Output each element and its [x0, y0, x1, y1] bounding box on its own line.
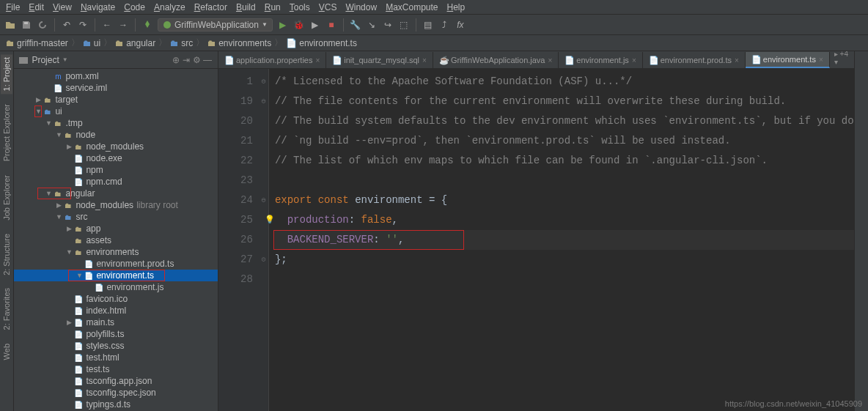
- tab-application.properties[interactable]: 📄application.properties×: [218, 52, 326, 68]
- code-line-19[interactable]: // The file contents for the current env…: [275, 92, 854, 111]
- menu-tools[interactable]: Tools: [290, 2, 310, 12]
- project-tree[interactable]: mpom.xml📄service.iml▶🖿target▼🖿ui▼🖿.tmp▼🖿…: [14, 69, 218, 411]
- run-to-cursor-icon[interactable]: ↘: [366, 19, 378, 31]
- sidebar-tab-jobexplorer[interactable]: Job Explorer: [1, 172, 12, 223]
- sidebar-tab-favorites[interactable]: 2: Favorites: [1, 285, 12, 333]
- code-line-28[interactable]: [275, 270, 854, 289]
- code-line-25[interactable]: 💡 production: false,: [275, 210, 854, 230]
- tree-arrow[interactable]: ▼: [34, 108, 42, 115]
- tree-item-node[interactable]: ▼🖿node: [14, 129, 218, 141]
- tree-item-node_modules[interactable]: ▶🖿node_moduleslibrary root: [14, 199, 218, 211]
- tree-item-environment.prod.ts[interactable]: 📄environment.prod.ts: [14, 258, 218, 270]
- code-line-1[interactable]: /* Licensed to the Apache Software Found…: [275, 72, 854, 92]
- build-icon[interactable]: [141, 19, 153, 31]
- fold-gutter[interactable]: ⊖⊖⊖⊝: [259, 69, 269, 411]
- crumb-environment.ts[interactable]: 📄environment.ts: [286, 38, 357, 48]
- menu-file[interactable]: File: [6, 2, 20, 12]
- code-line-24[interactable]: export const environment = {: [275, 190, 854, 210]
- chevron-down-icon[interactable]: ▼: [62, 56, 68, 63]
- crumb-src[interactable]: 🖿src: [170, 38, 193, 48]
- tree-arrow[interactable]: ▼: [45, 190, 52, 197]
- back-icon[interactable]: ←: [101, 19, 113, 31]
- tree-item-app[interactable]: ▶🖿app: [14, 223, 218, 234]
- menu-window[interactable]: Window: [345, 2, 377, 12]
- gear-icon[interactable]: ⚙: [193, 55, 203, 65]
- tree-item-polyfills.ts[interactable]: 📄polyfills.ts: [14, 328, 218, 340]
- undo-icon[interactable]: ↶: [61, 19, 73, 31]
- tree-arrow[interactable]: ▶: [55, 201, 62, 209]
- wrench-icon[interactable]: 🔧: [350, 19, 361, 31]
- close-icon[interactable]: ×: [548, 56, 552, 64]
- tree-arrow[interactable]: ▶: [65, 143, 73, 150]
- menu-refactor[interactable]: Refactor: [194, 2, 227, 12]
- tree-arrow[interactable]: ▶: [34, 96, 42, 103]
- target-icon[interactable]: ⊕: [172, 55, 183, 65]
- fx-icon[interactable]: fx: [455, 19, 466, 31]
- tree-item-environment.ts[interactable]: ▼📄environment.ts: [14, 270, 218, 281]
- collapse-icon[interactable]: ⇥: [183, 55, 193, 65]
- tree-arrow[interactable]: ▼: [65, 248, 73, 256]
- menu-code[interactable]: Code: [124, 2, 145, 12]
- tree-item-ui[interactable]: ▼🖿ui: [14, 105, 218, 117]
- tree-arrow[interactable]: ▼: [45, 119, 52, 127]
- tree-item-service.iml[interactable]: 📄service.iml: [14, 82, 218, 94]
- tree-item-pom.xml[interactable]: mpom.xml: [14, 70, 218, 82]
- crumb-ui[interactable]: 🖿ui: [83, 38, 100, 48]
- sidebar-tab-projectexplorer[interactable]: Project Explorer: [1, 101, 12, 164]
- menu-edit[interactable]: Edit: [29, 2, 44, 12]
- tree-item-angular[interactable]: ▼🖿angular: [14, 188, 218, 199]
- tree-item-npm.cmd[interactable]: 📄npm.cmd: [14, 176, 218, 188]
- close-icon[interactable]: ×: [315, 56, 320, 64]
- sidebar-tab-project[interactable]: 1: Project: [1, 54, 12, 94]
- close-icon[interactable]: ×: [819, 56, 823, 64]
- code-line-26[interactable]: BACKEND_SERVER: '',: [275, 230, 854, 250]
- tree-item-main.ts[interactable]: ▶📄main.ts: [14, 316, 218, 328]
- tree-item-test.ts[interactable]: 📄test.ts: [14, 363, 218, 375]
- tree-item-.tmp[interactable]: ▼🖿.tmp: [14, 117, 218, 129]
- open-icon[interactable]: [4, 19, 16, 31]
- sidebar-tab-structure[interactable]: 2: Structure: [1, 231, 12, 278]
- tree-item-target[interactable]: ▶🖿target: [14, 94, 218, 105]
- tree-item-node.exe[interactable]: 📄node.exe: [14, 152, 218, 164]
- tree-item-index.html[interactable]: 📄index.html: [14, 305, 218, 316]
- tree-item-environments[interactable]: ▼🖿environments: [14, 246, 218, 258]
- hide-icon[interactable]: —: [203, 55, 213, 65]
- menu-help[interactable]: Help: [447, 2, 466, 12]
- upload-icon[interactable]: ⤴: [438, 19, 450, 31]
- tree-item-test.html[interactable]: 📄test.html: [14, 352, 218, 363]
- run-config-dropdown[interactable]: GriffinWebApplication ▼: [158, 18, 273, 32]
- code-area[interactable]: 119202122232425262728 ⊖⊖⊖⊝ /* Licensed t…: [218, 69, 854, 411]
- forward-icon[interactable]: →: [117, 19, 129, 31]
- tab-init_quartz_mysql.sql[interactable]: 📄init_quartz_mysql.sql×: [326, 52, 433, 68]
- save-icon[interactable]: [21, 19, 32, 31]
- tree-item-typings.d.ts[interactable]: 📄typings.d.ts: [14, 399, 218, 410]
- tab-GriffinWebApplication.java[interactable]: ☕GriffinWebApplication.java×: [433, 52, 559, 68]
- tree-item-src[interactable]: ▼🖿src: [14, 211, 218, 223]
- tab-environment.ts[interactable]: 📄environment.ts×: [746, 52, 830, 68]
- tree-item-environment.js[interactable]: 📄environment.js: [14, 281, 218, 293]
- redo-icon[interactable]: ↷: [77, 19, 89, 31]
- code-content[interactable]: /* Licensed to the Apache Software Found…: [269, 69, 854, 411]
- menu-maxcompute[interactable]: MaxCompute: [386, 2, 438, 12]
- crumb-angular[interactable]: 🖿angular: [115, 38, 155, 48]
- tree-arrow[interactable]: ▶: [65, 319, 73, 326]
- menu-analyze[interactable]: Analyze: [154, 2, 185, 12]
- close-icon[interactable]: ×: [632, 56, 636, 64]
- tree-item-assets[interactable]: 🖿assets: [14, 234, 218, 246]
- tree-arrow[interactable]: ▶: [65, 225, 73, 232]
- stop-icon[interactable]: ■: [326, 19, 337, 31]
- db-icon[interactable]: ▤: [422, 19, 434, 31]
- tab-environment.prod.ts[interactable]: 📄environment.prod.ts×: [643, 52, 746, 68]
- menu-view[interactable]: View: [53, 2, 72, 12]
- tree-item-node_modules[interactable]: ▶🖿node_modules: [14, 141, 218, 152]
- sql-icon[interactable]: ⬚: [398, 19, 410, 31]
- code-line-23[interactable]: [275, 171, 854, 190]
- tree-item-styles.css[interactable]: 📄styles.css: [14, 340, 218, 352]
- close-icon[interactable]: ×: [735, 56, 739, 64]
- step-icon[interactable]: ↪: [382, 19, 394, 31]
- tree-arrow[interactable]: ▼: [55, 213, 62, 221]
- crumb-griffin-master[interactable]: 🖿griffin-master: [6, 38, 68, 48]
- code-line-27[interactable]: };: [275, 250, 854, 270]
- tree-item-tsconfig.spec.json[interactable]: 📄tsconfig.spec.json: [14, 387, 218, 399]
- menu-run[interactable]: Run: [265, 2, 281, 12]
